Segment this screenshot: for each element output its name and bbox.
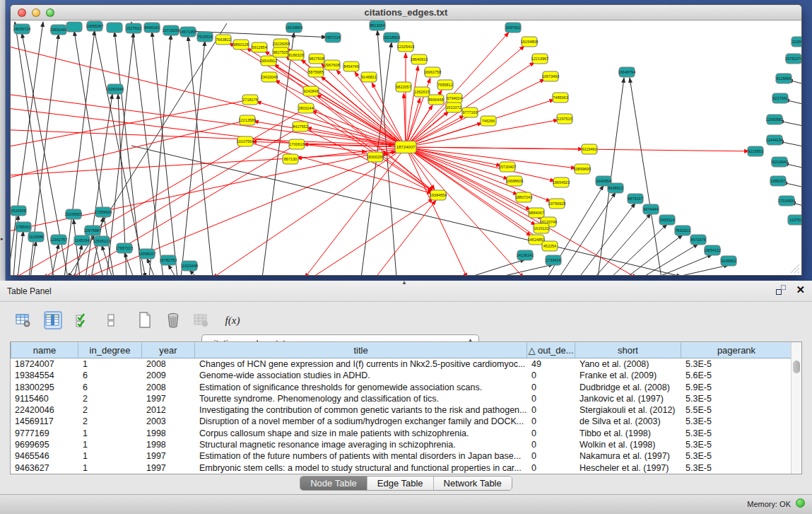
graph-node[interactable]: 20206505 bbox=[65, 209, 82, 219]
graph-node[interactable]: 2803144 bbox=[298, 103, 314, 113]
graph-node[interactable]: 867130 bbox=[283, 154, 298, 164]
graph-node[interactable]: 746266 bbox=[481, 116, 496, 126]
graph-edge[interactable] bbox=[305, 147, 406, 275]
graph-node[interactable]: 10654112 bbox=[704, 245, 721, 255]
graph-node[interactable]: 1700616 bbox=[289, 139, 305, 149]
graph-node[interactable]: 12505123 bbox=[93, 236, 110, 246]
graph-node[interactable]: 9146821 bbox=[361, 72, 377, 82]
graph-edge[interactable] bbox=[672, 265, 729, 275]
graph-edge[interactable] bbox=[168, 264, 176, 275]
table-row[interactable]: 1872400712008Changes of HCN gene express… bbox=[11, 358, 791, 370]
graph-node[interactable]: 12444194 bbox=[766, 135, 783, 145]
graph-node[interactable]: 452254 bbox=[542, 241, 558, 251]
graph-node[interactable]: 7663822 bbox=[216, 35, 231, 45]
table-row[interactable]: 946362711997Embryonic stem cells: a mode… bbox=[11, 462, 791, 474]
graph-node[interactable]: 2520655 bbox=[11, 206, 26, 216]
graph-node[interactable]: 10973493 bbox=[542, 71, 559, 81]
graph-node[interactable]: 10655287 bbox=[86, 21, 103, 31]
graph-node[interactable]: 9777169 bbox=[462, 107, 478, 117]
graph-node[interactable]: 8813054 bbox=[370, 21, 385, 30]
graph-node[interactable]: 8938923 bbox=[608, 183, 623, 193]
memory-status-icon[interactable] bbox=[796, 498, 805, 508]
graph-node[interactable]: 1615132 bbox=[534, 223, 549, 233]
resize-grip-icon[interactable] bbox=[790, 264, 800, 274]
graph-node[interactable]: 16033809 bbox=[286, 23, 302, 33]
graph-node[interactable]: 8186328 bbox=[288, 50, 304, 60]
select-all-icon[interactable] bbox=[73, 311, 92, 329]
graph-edge[interactable] bbox=[375, 200, 436, 275]
graph-edge[interactable] bbox=[274, 64, 406, 147]
graph-node[interactable]: 9827505 bbox=[273, 47, 288, 57]
graph-node[interactable]: 2087662 bbox=[505, 23, 521, 33]
graph-node[interactable]: 6822057 bbox=[396, 82, 411, 92]
graph-node[interactable]: 1621072 bbox=[446, 103, 461, 112]
graph-node[interactable]: 1733426 bbox=[546, 255, 561, 265]
graph-node[interactable]: 1115408 bbox=[792, 37, 801, 47]
graph-node[interactable]: 12093582 bbox=[766, 115, 783, 124]
table-row[interactable]: 946554611997Estimation of the future num… bbox=[11, 450, 791, 462]
column-header-out_de[interactable]: △ out_de... bbox=[527, 342, 575, 358]
panel-expand-arrow-icon[interactable]: ▸ bbox=[1, 236, 4, 242]
graph-edge[interactable] bbox=[15, 108, 306, 275]
function-builder-icon[interactable]: f(x) bbox=[223, 311, 242, 329]
graph-node[interactable]: 1989297 bbox=[770, 176, 786, 186]
graph-node[interactable]: 12213967 bbox=[531, 54, 548, 64]
column-header-name[interactable]: name bbox=[11, 342, 78, 358]
graph-edge[interactable] bbox=[406, 147, 749, 151]
delete-table-icon[interactable] bbox=[164, 311, 182, 329]
graph-node[interactable]: 2967608 bbox=[324, 60, 340, 70]
graph-node[interactable]: 16648794 bbox=[618, 67, 635, 77]
column-header-short[interactable]: short bbox=[575, 342, 681, 358]
graph-node[interactable]: 20691406 bbox=[50, 25, 67, 35]
panel-divider-arrow-icon[interactable]: ▲ bbox=[401, 279, 407, 286]
graph-node[interactable]: 2718176 bbox=[242, 95, 258, 105]
graph-node[interactable]: 9115460 bbox=[582, 144, 597, 154]
graph-node[interactable]: 5912954 bbox=[252, 42, 267, 52]
table-row[interactable]: 1938455462009Genome-wide association stu… bbox=[11, 370, 791, 381]
graph-node[interactable]: 1527602 bbox=[126, 23, 141, 33]
graph-node[interactable]: 1297515 bbox=[557, 114, 572, 124]
graph-edge[interactable] bbox=[11, 100, 250, 149]
graph-node[interactable]: 10107554 bbox=[237, 136, 254, 146]
network-canvas[interactable]: 2405572420691406106552871527602846616010… bbox=[11, 21, 801, 275]
graph-edge[interactable] bbox=[406, 100, 554, 147]
graph-edge[interactable] bbox=[188, 36, 213, 275]
graph-node[interactable]: 8471676 bbox=[690, 235, 706, 245]
float-window-icon[interactable] bbox=[776, 285, 786, 295]
show-columns-icon[interactable] bbox=[44, 311, 62, 329]
graph-node[interactable]: 19218506 bbox=[383, 33, 400, 42]
column-header-pagerank[interactable]: pagerank bbox=[681, 342, 791, 358]
graph-node[interactable]: 110753 bbox=[788, 215, 801, 225]
graph-edge[interactable] bbox=[312, 110, 406, 147]
graph-node[interactable]: 9474444 bbox=[643, 204, 659, 214]
graph-node[interactable]: 9245652 bbox=[721, 256, 736, 266]
graph-edge[interactable] bbox=[656, 255, 712, 275]
graph-node[interactable]: 12342757 bbox=[50, 235, 67, 245]
graph-edge[interactable] bbox=[131, 146, 681, 275]
table-row[interactable]: 1830029562008Estimation of significance … bbox=[11, 382, 791, 393]
graph-node[interactable]: 10958107 bbox=[139, 249, 155, 259]
graph-node[interactable]: 12325419 bbox=[397, 42, 414, 52]
tab-node-table[interactable]: Node Table bbox=[300, 477, 367, 490]
graph-node[interactable]: 11923448 bbox=[181, 261, 198, 271]
graph-node[interactable]: 1785061 bbox=[16, 222, 31, 232]
graph-node[interactable]: 18807243 bbox=[515, 192, 532, 202]
graph-edge[interactable] bbox=[131, 22, 163, 275]
graph-node[interactable]: 1145194 bbox=[74, 235, 90, 245]
table-row[interactable]: 977716911998Corpus callosum shape and si… bbox=[11, 428, 791, 439]
graph-edge[interactable] bbox=[312, 199, 433, 275]
graph-edge[interactable] bbox=[559, 192, 616, 275]
graph-edge[interactable] bbox=[86, 94, 112, 275]
graph-node[interactable]: 16154808 bbox=[521, 37, 538, 47]
graph-node[interactable]: 9242848 bbox=[303, 86, 319, 96]
table-row[interactable]: 1456911722003Disruption of a novel membe… bbox=[11, 416, 791, 427]
graph-node[interactable]: 24055724 bbox=[13, 24, 30, 34]
graph-node[interactable]: 9227341 bbox=[772, 93, 788, 103]
table-row[interactable]: 2242004622012Investigating the contribut… bbox=[11, 404, 791, 416]
graph-node[interactable]: 14136141 bbox=[517, 250, 534, 260]
graph-node[interactable]: 12213589 bbox=[239, 115, 256, 125]
graph-node[interactable]: 7857224 bbox=[325, 33, 341, 42]
graph-node[interactable] bbox=[66, 22, 82, 32]
graph-node[interactable]: 17359928 bbox=[95, 207, 112, 217]
column-header-in_degree[interactable]: in_degree bbox=[78, 342, 142, 358]
